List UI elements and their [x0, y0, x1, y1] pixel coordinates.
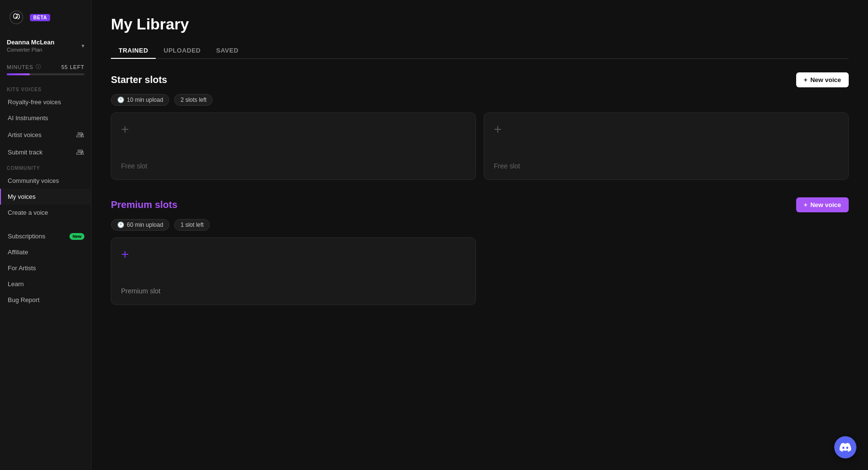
- kits-voices-label: KITS VOICES: [0, 82, 91, 94]
- starter-slots-section: Starter slots + New voice 🕐 10 min uploa…: [111, 72, 849, 180]
- upload-time-label: 60 min upload: [127, 221, 163, 228]
- slots-left-tag: 2 slots left: [174, 94, 213, 106]
- slot-plus-icon: +: [494, 123, 502, 136]
- minutes-count: 55 left: [61, 64, 84, 70]
- premium-upload-time-tag: 🕐 60 min upload: [111, 219, 169, 231]
- sidebar-item-create-voice[interactable]: Create a voice: [0, 205, 91, 221]
- sidebar-item-label: Submit track: [8, 149, 42, 156]
- premium-section-title: Premium slots: [111, 199, 177, 210]
- sidebar-item-label: Bug Report: [8, 296, 40, 304]
- slot-plus-icon: +: [121, 248, 129, 261]
- discord-icon: [840, 442, 851, 453]
- main-content: My Library TRAINED UPLOADED SAVED Starte…: [92, 0, 868, 470]
- sidebar-item-for-artists[interactable]: For Artists: [0, 260, 91, 276]
- chevron-down-icon: ▾: [81, 42, 84, 49]
- slot-label: Premium slot: [121, 287, 161, 295]
- premium-slots-left-tag: 1 slot left: [174, 219, 210, 231]
- plus-icon: +: [804, 76, 808, 83]
- sidebar-item-learn[interactable]: Learn: [0, 276, 91, 292]
- minutes-text: MINUTES: [7, 64, 33, 70]
- tab-trained[interactable]: TRAINED: [111, 43, 156, 59]
- premium-slot-1[interactable]: + Premium slot: [111, 237, 476, 305]
- new-voice-label: New voice: [810, 201, 841, 208]
- sidebar-header: BETA: [0, 0, 91, 35]
- sidebar-item-artist-voices[interactable]: Artist voices: [0, 126, 91, 143]
- sidebar-item-label: For Artists: [8, 264, 36, 272]
- sidebar-item-label: Artist voices: [8, 131, 41, 138]
- submit-track-icon: [76, 148, 84, 156]
- premium-new-voice-button[interactable]: + New voice: [796, 197, 849, 212]
- starter-slot-2[interactable]: + Free slot: [484, 112, 849, 180]
- plus-icon: +: [804, 201, 808, 208]
- sidebar-item-ai-instruments[interactable]: AI Instruments: [0, 110, 91, 126]
- new-badge: New: [69, 233, 84, 240]
- sidebar-item-subscriptions[interactable]: Subscriptions New: [0, 228, 91, 244]
- slots-left-label: 1 slot left: [180, 221, 203, 228]
- starter-new-voice-button[interactable]: + New voice: [796, 72, 849, 87]
- logo-area: BETA: [7, 8, 50, 27]
- slot-label: Free slot: [494, 162, 520, 170]
- svg-point-0: [15, 16, 17, 18]
- starter-slots-grid: + Free slot + Free slot: [111, 112, 849, 180]
- info-icon: ⓘ: [36, 63, 41, 70]
- community-label: COMMUNITY: [0, 161, 91, 173]
- sidebar-item-bug-report[interactable]: Bug Report: [0, 292, 91, 308]
- starter-slot-1[interactable]: + Free slot: [111, 112, 476, 180]
- minutes-progress-fill: [7, 73, 30, 75]
- sidebar-item-community-voices[interactable]: Community voices: [0, 173, 91, 189]
- beta-badge: BETA: [30, 14, 50, 21]
- new-voice-label: New voice: [810, 76, 841, 83]
- upload-time-tag: 🕐 10 min upload: [111, 94, 169, 106]
- sidebar-item-label: Subscriptions: [8, 233, 45, 240]
- sidebar-item-label: AI Instruments: [8, 114, 48, 122]
- starter-section-header: Starter slots + New voice: [111, 72, 849, 87]
- premium-slots-section: Premium slots + New voice 🕐 60 min uploa…: [111, 197, 849, 305]
- starter-section-title: Starter slots: [111, 74, 167, 85]
- tabs-bar: TRAINED UPLOADED SAVED: [111, 43, 849, 59]
- sidebar-item-label: Affiliate: [8, 249, 28, 256]
- add-person-icon: [76, 130, 84, 139]
- sidebar-item-affiliate[interactable]: Affiliate: [0, 244, 91, 260]
- premium-slots-grid: + Premium slot: [111, 237, 849, 305]
- starter-slot-meta: 🕐 10 min upload 2 slots left: [111, 94, 849, 106]
- user-section[interactable]: Deanna McLean Converter Plan ▾: [0, 35, 91, 58]
- slot-label: Free slot: [121, 162, 147, 170]
- logo-icon: [7, 8, 26, 27]
- sidebar: BETA Deanna McLean Converter Plan ▾ MINU…: [0, 0, 92, 470]
- slots-left-label: 2 slots left: [180, 97, 206, 103]
- page-title: My Library: [111, 15, 849, 33]
- discord-fab[interactable]: [834, 436, 856, 458]
- premium-section-header: Premium slots + New voice: [111, 197, 849, 212]
- sidebar-item-label: Royalty-free voices: [8, 98, 61, 106]
- sidebar-item-label: Community voices: [8, 177, 59, 184]
- sidebar-item-label: Learn: [8, 280, 24, 288]
- slot-plus-icon: +: [121, 123, 129, 136]
- user-name: Deanna McLean: [7, 39, 54, 46]
- sidebar-item-label: My voices: [8, 193, 36, 200]
- premium-slot-meta: 🕐 60 min upload 1 slot left: [111, 219, 849, 231]
- tab-saved[interactable]: SAVED: [208, 43, 246, 59]
- sidebar-item-label: Create a voice: [8, 209, 48, 216]
- sidebar-item-royalty-free[interactable]: Royalty-free voices: [0, 94, 91, 110]
- user-info: Deanna McLean Converter Plan: [7, 39, 54, 53]
- minutes-section: MINUTES ⓘ 55 left: [0, 58, 91, 82]
- upload-time-label: 10 min upload: [127, 97, 163, 103]
- sidebar-item-my-voices[interactable]: My voices: [0, 189, 91, 205]
- sidebar-item-submit-track[interactable]: Submit track: [0, 143, 91, 161]
- clock-icon: 🕐: [117, 97, 124, 103]
- minutes-progress-bar: [7, 73, 84, 75]
- minutes-label: MINUTES ⓘ 55 left: [7, 63, 84, 70]
- tab-uploaded[interactable]: UPLOADED: [156, 43, 208, 59]
- user-plan: Converter Plan: [7, 47, 54, 53]
- clock-icon: 🕐: [117, 221, 124, 228]
